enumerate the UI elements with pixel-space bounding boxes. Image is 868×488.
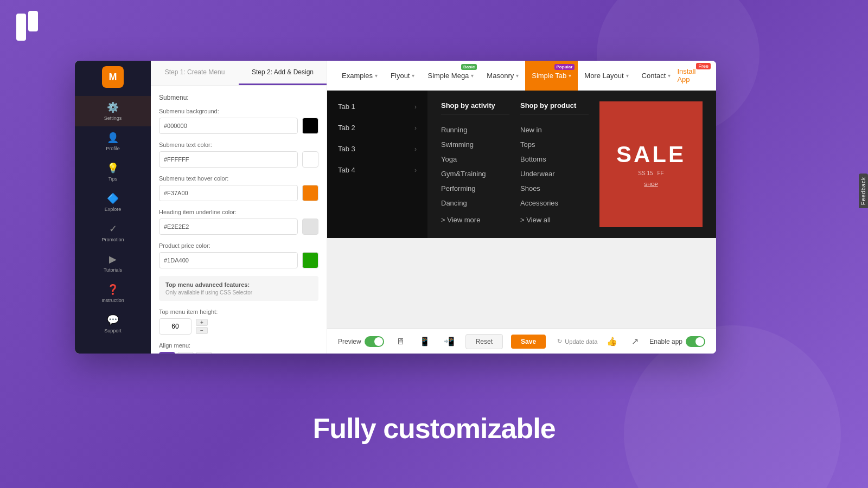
mega-link-running[interactable]: Running [441,123,509,137]
mega-link-shoes[interactable]: Shoes [520,181,589,196]
color-input-submenu-hover[interactable] [159,185,298,201]
sidebar-item-explore[interactable]: 🔷 Explore [75,187,151,217]
preview-toggle-switch[interactable] [365,336,384,347]
sidebar-item-instruction[interactable]: ❓ Instruction [75,278,151,309]
align-center-btn[interactable]: ☰ [177,352,194,354]
nav-more-layout-chevron: ▾ [626,73,629,79]
color-input-submenu-text[interactable] [159,151,298,168]
mega-link-gym[interactable]: Gym&Training [441,166,509,181]
field-label-submenu-bg: Submenu background: [159,108,318,114]
sidebar-item-promotion[interactable]: ✓ Promotion [75,217,151,248]
desktop-view-btn[interactable]: 🖥 [392,333,409,350]
advanced-features-box: Top menu advanced features: Only availab… [159,276,318,301]
mega-col-product-title: Shop by product [520,101,589,114]
color-swatch-heading-underline[interactable] [302,219,318,235]
mega-link-bottoms[interactable]: Bottoms [520,152,589,166]
sidebar-item-profile[interactable]: 👤 Profile [75,126,151,157]
color-swatch-submenu-hover[interactable] [302,185,318,201]
nav-contact[interactable]: Contact ▾ [635,61,678,91]
align-left-btn[interactable]: ≡ [159,352,175,354]
color-input-product-price[interactable] [159,252,298,268]
color-input-submenu-bg[interactable] [159,118,298,134]
advanced-sub: Only available if using CSS Selector [165,290,312,296]
stepper-up-btn[interactable]: + [196,319,208,326]
sidebar-logo: M [102,66,124,88]
field-height: Top menu item height: + − [159,309,318,335]
mega-tab-4[interactable]: Tab 4 › [327,159,427,181]
mega-link-accessories[interactable]: Accessories [520,196,589,210]
enable-toggle-switch[interactable] [686,336,705,347]
align-row: ≡ ☰ ≡ [159,352,318,354]
nav-install-app[interactable]: Free Install App [677,67,708,84]
color-swatch-submenu-bg[interactable] [302,118,318,134]
reset-button[interactable]: Reset [465,334,503,349]
nav-more-layout-label: More Layout [584,72,623,80]
mega-link-swimming[interactable]: Swimming [441,137,509,152]
step1-tab[interactable]: Step 1: Create Menu [151,61,239,85]
step2-tab[interactable]: Step 2: Add & Design [239,61,327,85]
sidebar-item-tutorials[interactable]: ▶ Tutorials [75,248,151,278]
mobile-view-btn[interactable]: 📲 [441,333,457,350]
sale-sub: SS 15 FF [638,170,663,176]
mega-tab-1[interactable]: Tab 1 › [327,96,427,117]
nav-simple-mega-label: Simple Mega [427,72,469,80]
tips-icon: 💡 [107,162,119,174]
enable-app[interactable]: Enable app [649,336,705,347]
color-swatch-submenu-text[interactable] [302,151,318,168]
nav-simple-tab[interactable]: Simple Tab ▾ Popular [525,61,578,91]
mega-tab-2-label: Tab 2 [338,124,355,132]
field-product-price: Product price color: [159,242,318,268]
nav-more-layout[interactable]: More Layout ▾ [578,61,635,91]
stepper-down-btn[interactable]: − [196,327,208,334]
mega-link-new-in[interactable]: New in [520,123,589,137]
mega-link-underwear[interactable]: Underwear [520,166,589,181]
nav-masonry-label: Masonry [487,72,514,80]
preview-toggle[interactable]: Preview [338,336,384,347]
sidebar-item-support[interactable]: 💬 Support [75,309,151,339]
update-data-btn[interactable]: ↻ Update data [557,338,597,345]
mega-link-yoga[interactable]: Yoga [441,152,509,166]
update-label: Update data [565,338,597,345]
mega-link-view-all[interactable]: View all [520,213,589,227]
mega-link-dancing[interactable]: Dancing [441,196,509,210]
align-right-btn[interactable]: ≡ [196,352,212,354]
nav-simple-tab-label: Simple Tab [532,72,566,80]
mega-link-performing[interactable]: Performing [441,181,509,196]
color-input-heading-underline[interactable] [159,219,298,235]
section-submenu-title: Submenu: [159,94,318,101]
preview-navbar: Examples ▾ Flyout ▾ Simple Mega ▾ Basic … [327,61,716,91]
nav-contact-label: Contact [642,72,666,80]
mega-tab-3[interactable]: Tab 3 › [327,138,427,159]
color-swatch-product-price[interactable] [302,252,318,268]
field-align: Align menu: ≡ ☰ ≡ [159,342,318,354]
nav-examples[interactable]: Examples ▾ [335,61,384,91]
mega-tab-2[interactable]: Tab 2 › [327,117,427,138]
feedback-tab[interactable]: Feedback [859,174,868,208]
tutorials-icon: ▶ [107,253,119,265]
nav-contact-chevron: ▾ [668,73,671,79]
advanced-title: Top menu advanced features: [165,281,312,288]
tablet-view-btn[interactable]: 📱 [417,333,433,350]
mega-tab-4-arrow: › [414,166,417,174]
nav-flyout[interactable]: Flyout ▾ [384,61,421,91]
sidebar-label-instruction: Instruction [101,298,124,303]
nav-simple-mega-badge: Basic [461,64,477,70]
color-row-submenu-bg [159,118,318,134]
nav-simple-mega[interactable]: Simple Mega ▾ Basic [421,61,480,91]
field-label-heading-underline: Heading item underline color: [159,209,318,215]
sale-link[interactable]: SHOP [644,182,658,187]
nav-masonry[interactable]: Masonry ▾ [480,61,525,91]
height-input[interactable] [159,318,192,335]
color-row-product-price [159,252,318,268]
mega-link-view-more-activity[interactable]: View more [441,213,509,227]
sidebar-item-settings[interactable]: ⚙️ Settings [75,96,151,126]
mega-tab-3-label: Tab 3 [338,145,355,153]
mega-link-tops[interactable]: Tops [520,137,589,152]
thumbs-up-btn[interactable]: 👍 [604,333,620,350]
sidebar-label-support: Support [104,328,122,333]
save-button[interactable]: Save [511,335,546,349]
mega-sale-image[interactable]: SALE SS 15 FF SHOP [599,101,703,227]
sidebar-item-tips[interactable]: 💡 Tips [75,157,151,187]
share-btn[interactable]: ↗ [627,333,643,350]
app-logo [16,11,43,44]
